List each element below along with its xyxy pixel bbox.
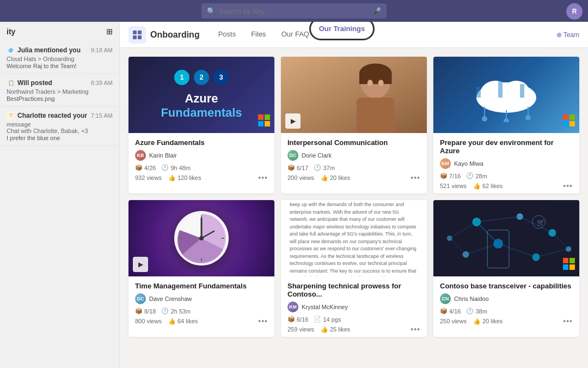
more-button[interactable]: ••• — [258, 173, 268, 182]
svg-point-35 — [199, 236, 204, 240]
card-contoso-image: 🛒 — [433, 200, 579, 276]
author-initial-karin: KB — [135, 150, 146, 161]
duration: 🕐 38m — [466, 307, 487, 315]
svg-rect-10 — [357, 98, 394, 133]
svg-rect-27 — [563, 114, 568, 120]
svg-point-14 — [378, 80, 384, 86]
card-sharpening-title: Sharpening technical prowess for Contoso… — [287, 282, 420, 298]
search-input[interactable] — [219, 7, 369, 15]
card-azure-stats: 932 views 👍 120 likes ••• — [135, 173, 268, 182]
card-azure-dev-image — [433, 57, 579, 133]
card-interpersonal-author: DC Dorie Clark — [287, 150, 420, 161]
module-count: 📦 4/16 — [440, 307, 461, 315]
card-time-stats: 800 views 👍 64 likes ••• — [135, 317, 268, 325]
svg-rect-61 — [563, 258, 568, 263]
svg-point-17 — [503, 81, 529, 102]
tab-files[interactable]: Files — [243, 22, 273, 48]
more-button[interactable]: ••• — [563, 317, 573, 325]
notification-item-mention[interactable]: @ Julia mentioned you 9:18 AM Cloud Hats… — [0, 41, 119, 74]
svg-rect-24 — [476, 87, 481, 98]
stats-left: 932 views 👍 120 likes — [135, 174, 201, 182]
notif-time-2: 8:39 AM — [91, 80, 113, 86]
windows-logo-2 — [563, 114, 575, 129]
card-contoso-meta: 📦 4/16 🕐 38m — [440, 307, 573, 315]
card-interpersonal-image: ▶ — [281, 57, 427, 133]
play-button-time[interactable]: ▶ — [133, 257, 148, 272]
duration: 🕐 37m — [314, 164, 334, 171]
num-1: 1 — [174, 70, 189, 85]
person-illustration — [281, 57, 427, 133]
svg-rect-5 — [265, 114, 270, 120]
svg-rect-1 — [138, 31, 142, 34]
top-bar: 🔍 🎤 R — [0, 0, 588, 22]
svg-point-23 — [525, 115, 531, 120]
play-button-overlay[interactable]: ▶ — [285, 113, 301, 129]
more-button[interactable]: ••• — [563, 182, 573, 190]
svg-rect-30 — [569, 121, 575, 126]
mention-icon: @ — [7, 46, 15, 55]
card-azure-dev-title: Prepare your dev environment for Azure — [440, 138, 573, 155]
card-sharpening-body: Sharpening technical prowess for Contoso… — [281, 276, 427, 337]
views-count: 800 views — [135, 318, 162, 324]
card-contoso-body: Contoso base transceiver - capabilities … — [433, 276, 579, 329]
card-interpersonal-stats: 200 views 👍 20 likes ••• — [287, 173, 420, 182]
search-bar[interactable]: 🔍 🎤 — [201, 3, 387, 19]
module-count: 📦 4/26 — [135, 164, 156, 171]
tech-network-illustration: 🛒 — [433, 200, 579, 276]
user-avatar[interactable]: R — [566, 3, 583, 20]
channel-tabs: Posts Files Our FAQ Our Trainings Our Tr… — [211, 22, 371, 48]
spotlight-overlay: Our Trainings Our Trainings — [317, 22, 371, 48]
tab-posts[interactable]: Posts — [211, 22, 244, 48]
main-layout: ity ⊞ @ Julia mentioned you 9:18 AM Clou… — [0, 22, 588, 368]
azure-card-title: AzureFundamentals — [161, 92, 242, 120]
tab-our-trainings[interactable]: Our Trainings — [311, 22, 373, 42]
duration: 🕐 28m — [466, 172, 487, 179]
author-name-dorie: Dorie Clark — [302, 152, 332, 159]
author-avatar-kayo: KM — [440, 158, 451, 169]
author-name-krystal: Krystal McKinney — [302, 304, 348, 310]
react-icon: ♡ — [7, 111, 15, 120]
card-sharpening-author: KM Krystal McKinney — [287, 301, 420, 312]
views-count: 200 views — [287, 174, 314, 181]
card-azure-meta: 📦 4/26 🕐 9h 48m — [135, 164, 268, 171]
author-name-chris: Chris Naidoo — [454, 295, 489, 302]
card-interpersonal: ▶ Interpersonal Communication DC Dorie C… — [281, 57, 427, 194]
card-time-author: DC Dave Crenshaw — [135, 293, 268, 304]
card-time-title: Time Management Fundamentals — [135, 282, 268, 290]
svg-rect-8 — [281, 57, 427, 133]
filter-icon[interactable]: ⊞ — [106, 27, 113, 36]
author-name-kayo: Kayo Miwa — [454, 160, 483, 167]
sidebar-title: ity — [7, 27, 15, 36]
card-sharpening-meta: 📦 6/16 📄 14 pgs — [287, 316, 420, 323]
more-button[interactable]: ••• — [411, 173, 420, 182]
notif-title-1: Julia mentioned you — [17, 46, 81, 54]
notification-item-post[interactable]: 📋 Will posted 8:39 AM Northwind Traders … — [0, 74, 119, 107]
more-button[interactable]: ••• — [258, 317, 268, 325]
likes-count: 👍 20 likes — [321, 174, 350, 182]
author-name-karin: Karin Blair — [149, 152, 177, 159]
windows-logo — [258, 114, 270, 129]
card-azure-dev-body: Prepare your dev environment for Azure K… — [433, 133, 579, 194]
card-contoso-title: Contoso base transceiver - capabilities — [440, 282, 573, 290]
svg-point-13 — [367, 80, 373, 86]
svg-rect-7 — [265, 121, 270, 126]
notif-time-1: 9:18 AM — [91, 47, 113, 53]
svg-rect-12 — [359, 73, 392, 84]
author-avatar-karin: KB — [135, 150, 146, 161]
team-button[interactable]: ⊕ Team — [556, 31, 579, 39]
notif-sub-2: Northwind Traders > Marketing — [7, 88, 113, 95]
notification-item-react[interactable]: ♡ Charlotte reacted your 7:15 AM message… — [0, 107, 119, 146]
svg-point-21 — [482, 116, 487, 122]
card-time: ▶ Time Management Fundamentals DC Dave C… — [128, 200, 274, 337]
more-button[interactable]: ••• — [411, 325, 420, 334]
svg-rect-6 — [258, 121, 264, 126]
card-contoso-stats: 250 views 👍 20 likes ••• — [440, 317, 573, 325]
svg-rect-3 — [138, 35, 142, 39]
likes-count: 👍 120 likes — [168, 174, 201, 182]
svg-text:🛒: 🛒 — [537, 218, 545, 226]
notif-title-2: Will posted — [17, 79, 52, 87]
mic-icon: 🎤 — [372, 7, 381, 15]
card-azure-author: KB Karin Blair — [135, 150, 268, 161]
content-area: Onboarding Posts Files Our FAQ Our Train… — [120, 22, 588, 368]
windows-logo-3 — [563, 258, 575, 272]
